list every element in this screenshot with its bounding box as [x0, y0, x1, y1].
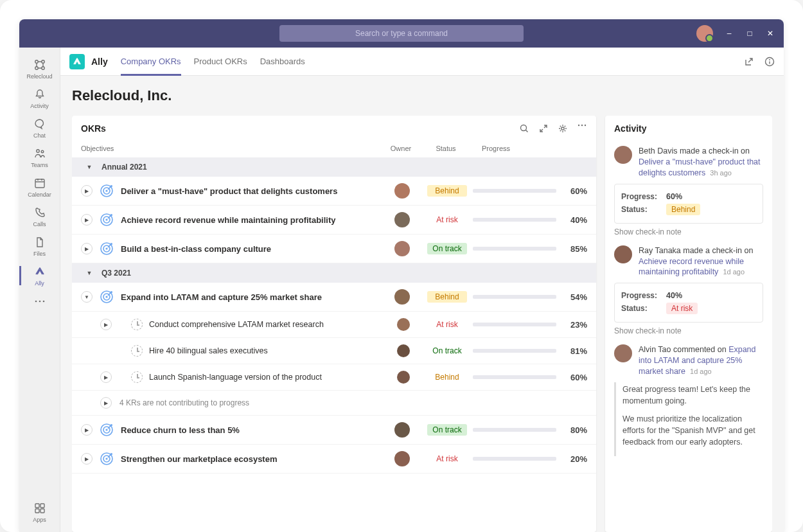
rail-item-more[interactable] — [19, 290, 60, 314]
rail-item-teams[interactable]: Teams — [19, 143, 60, 172]
chevron-down-icon: ▼ — [85, 269, 94, 278]
owner-avatar[interactable] — [394, 451, 410, 466]
svg-point-16 — [521, 125, 527, 131]
svg-point-0 — [35, 60, 37, 63]
progress-value: 85% — [561, 244, 587, 254]
ally-icon — [33, 265, 47, 279]
activity-link[interactable]: Deliver a "must-have" product that delig… — [639, 157, 761, 177]
okr-row[interactable]: ▶Strengthen our marketplace ecosystemAt … — [72, 445, 596, 474]
popout-icon[interactable] — [744, 57, 754, 67]
progress-value: 60% — [561, 373, 587, 382]
svg-point-5 — [41, 150, 44, 153]
show-note-link[interactable]: Show check-in note — [614, 326, 763, 335]
avatar[interactable] — [614, 344, 632, 362]
expand-button[interactable]: ▶ — [100, 371, 112, 383]
svg-point-17 — [561, 127, 564, 130]
progress-bar — [473, 295, 556, 299]
target-icon — [99, 241, 114, 256]
owner-avatar[interactable] — [394, 289, 410, 305]
owner-avatar[interactable] — [397, 371, 410, 384]
expand-button[interactable]: ▶ — [100, 397, 112, 409]
svg-rect-12 — [35, 509, 39, 513]
content: Relecloud, Inc. OKRs — [60, 76, 784, 532]
rail-item-apps[interactable]: Apps — [19, 497, 60, 527]
owner-avatar[interactable] — [394, 422, 410, 438]
target-icon — [99, 289, 114, 305]
show-note-link[interactable]: Show check-in note — [614, 227, 763, 236]
rail-item-activity[interactable]: Activity — [19, 84, 60, 113]
expand-icon[interactable] — [538, 123, 549, 134]
kr-icon — [131, 345, 143, 357]
minimize-icon[interactable]: – — [725, 29, 734, 38]
kr-row[interactable]: ▶Conduct comprehensive LATAM market rese… — [72, 312, 596, 338]
okr-row[interactable]: ▶Achieve record revenue while maintainin… — [72, 206, 596, 235]
owner-avatar[interactable] — [394, 212, 410, 227]
okr-group-header[interactable]: ▼Annual 2021 — [72, 157, 596, 177]
avatar[interactable] — [614, 146, 632, 164]
collapse-button[interactable]: ▼ — [81, 291, 93, 303]
target-icon — [99, 212, 114, 227]
rail-item-files[interactable]: Files — [19, 231, 60, 261]
rail-item-calendar[interactable]: Calendar — [19, 172, 60, 202]
activity-text: Beth Davis made a check-in on Deliver a … — [639, 146, 763, 179]
close-icon[interactable]: ✕ — [766, 29, 775, 38]
more-icon[interactable] — [577, 123, 587, 134]
svg-point-7 — [35, 301, 37, 303]
kr-note-row[interactable]: ▶4 KRs are not contributing to progress — [72, 391, 596, 416]
svg-point-9 — [42, 301, 44, 303]
okr-title: Deliver a "must-have" product that delig… — [121, 186, 383, 196]
expand-button[interactable]: ▶ — [81, 243, 93, 254]
svg-point-32 — [105, 296, 107, 297]
expand-button[interactable]: ▶ — [81, 185, 93, 197]
avatar[interactable] — [614, 245, 632, 263]
owner-avatar[interactable] — [397, 344, 410, 357]
tab-dashboards[interactable]: Dashboards — [260, 48, 305, 75]
expand-button[interactable]: ▶ — [81, 424, 93, 436]
okr-row[interactable]: ▼Expand into LATAM and capture 25% marke… — [72, 283, 596, 312]
checkin-progress: 40% — [666, 291, 682, 300]
owner-avatar[interactable] — [394, 241, 410, 256]
status-badge: At risk — [427, 214, 467, 226]
tab-product-okrs[interactable]: Product OKRs — [194, 48, 247, 75]
search-icon[interactable] — [519, 123, 529, 134]
svg-point-8 — [39, 301, 40, 303]
svg-point-35 — [105, 429, 107, 430]
okr-group-header[interactable]: ▼Q3 2021 — [72, 263, 596, 283]
status-badge: On track — [427, 243, 467, 254]
svg-rect-10 — [35, 504, 39, 508]
gear-icon[interactable] — [558, 123, 568, 134]
owner-avatar[interactable] — [394, 183, 410, 199]
okr-row[interactable]: ▶Deliver a "must-have" product that deli… — [72, 177, 596, 206]
info-icon[interactable] — [764, 57, 775, 67]
activity-time: 3h ago — [708, 169, 732, 177]
svg-point-1 — [41, 60, 44, 63]
okr-row[interactable]: ▶Reduce churn to less than 5%On track80% — [72, 416, 596, 445]
svg-point-2 — [35, 67, 37, 69]
status-badge: On track — [427, 345, 467, 357]
activity-time: 1d ago — [688, 368, 712, 375]
status-badge: At risk — [427, 319, 467, 330]
expand-button[interactable]: ▶ — [81, 214, 93, 226]
okr-row[interactable]: ▶Build a best-in-class company cultureOn… — [72, 235, 596, 263]
titlebar-controls: – □ ✕ — [696, 25, 784, 42]
okr-title: Build a best-in-class company culture — [121, 244, 383, 254]
rail-item-calls[interactable]: Calls — [19, 202, 60, 231]
rail-item-chat[interactable]: Chat — [19, 113, 60, 143]
kr-row[interactable]: ▶Launch Spanish-language version of the … — [72, 364, 596, 391]
rail-item-relecloud[interactable]: Relecloud — [19, 54, 60, 84]
svg-point-26 — [105, 218, 107, 220]
user-avatar[interactable] — [696, 25, 713, 42]
owner-avatar[interactable] — [397, 318, 410, 331]
more-icon — [33, 294, 47, 308]
maximize-icon[interactable]: □ — [745, 29, 754, 38]
phone-icon — [33, 206, 47, 220]
expand-button[interactable]: ▶ — [100, 319, 112, 330]
left-rail: Relecloud Activity Chat Teams Calendar C… — [19, 48, 60, 532]
rail-item-ally[interactable]: Ally — [19, 261, 60, 290]
expand-button[interactable]: ▶ — [81, 453, 93, 465]
kr-row[interactable]: Hire 40 bilingual sales executivesOn tra… — [72, 338, 596, 364]
tab-company-okrs[interactable]: Company OKRs — [121, 48, 181, 75]
search-input[interactable]: Search or type a command — [279, 25, 524, 42]
svg-point-29 — [105, 247, 107, 249]
activity-list: Beth Davis made a check-in on Deliver a … — [605, 142, 772, 465]
